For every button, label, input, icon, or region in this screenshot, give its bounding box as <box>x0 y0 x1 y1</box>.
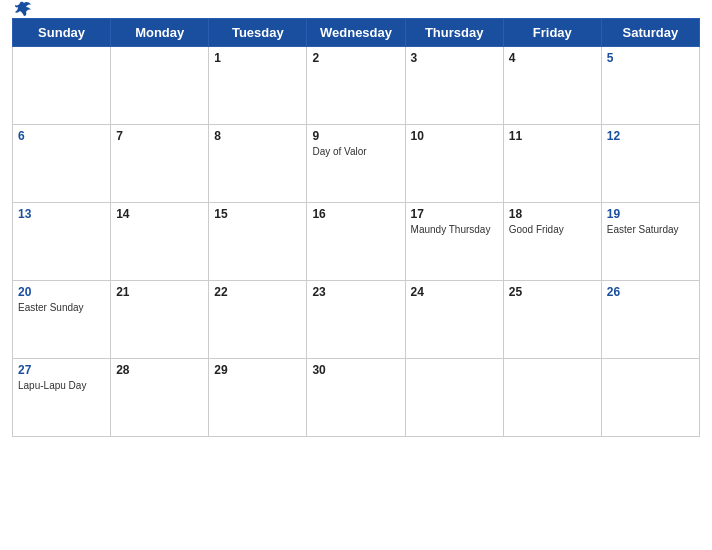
day-number: 19 <box>607 207 694 221</box>
day-number: 22 <box>214 285 301 299</box>
weekday-header-sunday: Sunday <box>13 19 111 47</box>
calendar-wrapper: SundayMondayTuesdayWednesdayThursdayFrid… <box>0 0 712 550</box>
day-number: 1 <box>214 51 301 65</box>
day-number: 29 <box>214 363 301 377</box>
calendar-cell: 9Day of Valor <box>307 125 405 203</box>
calendar-cell: 7 <box>111 125 209 203</box>
calendar-cell <box>13 47 111 125</box>
day-number: 30 <box>312 363 399 377</box>
calendar-cell: 20Easter Sunday <box>13 281 111 359</box>
calendar-cell: 25 <box>503 281 601 359</box>
calendar-cell <box>601 359 699 437</box>
calendar-cell: 2 <box>307 47 405 125</box>
day-number: 7 <box>116 129 203 143</box>
weekday-header-tuesday: Tuesday <box>209 19 307 47</box>
day-number: 20 <box>18 285 105 299</box>
day-number: 14 <box>116 207 203 221</box>
calendar-cell <box>503 359 601 437</box>
day-number: 26 <box>607 285 694 299</box>
logo-blue-text <box>12 1 32 19</box>
calendar-cell: 27Lapu-Lapu Day <box>13 359 111 437</box>
calendar-week-row: 1314151617Maundy Thursday18Good Friday19… <box>13 203 700 281</box>
calendar-week-row: 12345 <box>13 47 700 125</box>
weekday-header-monday: Monday <box>111 19 209 47</box>
calendar-cell: 26 <box>601 281 699 359</box>
calendar-cell: 1 <box>209 47 307 125</box>
day-number: 4 <box>509 51 596 65</box>
calendar-cell: 24 <box>405 281 503 359</box>
calendar-cell: 10 <box>405 125 503 203</box>
day-number: 21 <box>116 285 203 299</box>
day-number: 25 <box>509 285 596 299</box>
day-number: 15 <box>214 207 301 221</box>
day-number: 16 <box>312 207 399 221</box>
day-number: 24 <box>411 285 498 299</box>
calendar-week-row: 6789Day of Valor101112 <box>13 125 700 203</box>
day-number: 28 <box>116 363 203 377</box>
day-number: 10 <box>411 129 498 143</box>
calendar-cell: 23 <box>307 281 405 359</box>
calendar-cell: 19Easter Saturday <box>601 203 699 281</box>
holiday-name: Easter Saturday <box>607 223 694 236</box>
calendar-cell <box>405 359 503 437</box>
calendar-cell: 28 <box>111 359 209 437</box>
calendar-cell: 11 <box>503 125 601 203</box>
day-number: 11 <box>509 129 596 143</box>
day-number: 23 <box>312 285 399 299</box>
calendar-cell: 14 <box>111 203 209 281</box>
calendar-cell: 16 <box>307 203 405 281</box>
holiday-name: Good Friday <box>509 223 596 236</box>
calendar-cell: 13 <box>13 203 111 281</box>
calendar-table: SundayMondayTuesdayWednesdayThursdayFrid… <box>12 18 700 437</box>
calendar-cell: 8 <box>209 125 307 203</box>
day-number: 13 <box>18 207 105 221</box>
logo-bird-icon <box>14 1 32 19</box>
day-number: 9 <box>312 129 399 143</box>
weekday-header-row: SundayMondayTuesdayWednesdayThursdayFrid… <box>13 19 700 47</box>
day-number: 12 <box>607 129 694 143</box>
calendar-cell: 21 <box>111 281 209 359</box>
holiday-name: Day of Valor <box>312 145 399 158</box>
holiday-name: Easter Sunday <box>18 301 105 314</box>
calendar-cell: 5 <box>601 47 699 125</box>
holiday-name: Maundy Thursday <box>411 223 498 236</box>
calendar-cell: 22 <box>209 281 307 359</box>
day-number: 17 <box>411 207 498 221</box>
calendar-cell: 4 <box>503 47 601 125</box>
day-number: 18 <box>509 207 596 221</box>
calendar-week-row: 27Lapu-Lapu Day282930 <box>13 359 700 437</box>
holiday-name: Lapu-Lapu Day <box>18 379 105 392</box>
calendar-cell: 6 <box>13 125 111 203</box>
day-number: 8 <box>214 129 301 143</box>
weekday-header-saturday: Saturday <box>601 19 699 47</box>
weekday-header-friday: Friday <box>503 19 601 47</box>
calendar-cell: 15 <box>209 203 307 281</box>
calendar-cell: 3 <box>405 47 503 125</box>
calendar-cell: 17Maundy Thursday <box>405 203 503 281</box>
logo <box>12 1 32 19</box>
day-number: 27 <box>18 363 105 377</box>
weekday-header-thursday: Thursday <box>405 19 503 47</box>
weekday-header-wednesday: Wednesday <box>307 19 405 47</box>
day-number: 5 <box>607 51 694 65</box>
calendar-cell <box>111 47 209 125</box>
day-number: 6 <box>18 129 105 143</box>
calendar-cell: 18Good Friday <box>503 203 601 281</box>
day-number: 3 <box>411 51 498 65</box>
calendar-cell: 12 <box>601 125 699 203</box>
day-number: 2 <box>312 51 399 65</box>
calendar-cell: 29 <box>209 359 307 437</box>
calendar-cell: 30 <box>307 359 405 437</box>
calendar-week-row: 20Easter Sunday212223242526 <box>13 281 700 359</box>
